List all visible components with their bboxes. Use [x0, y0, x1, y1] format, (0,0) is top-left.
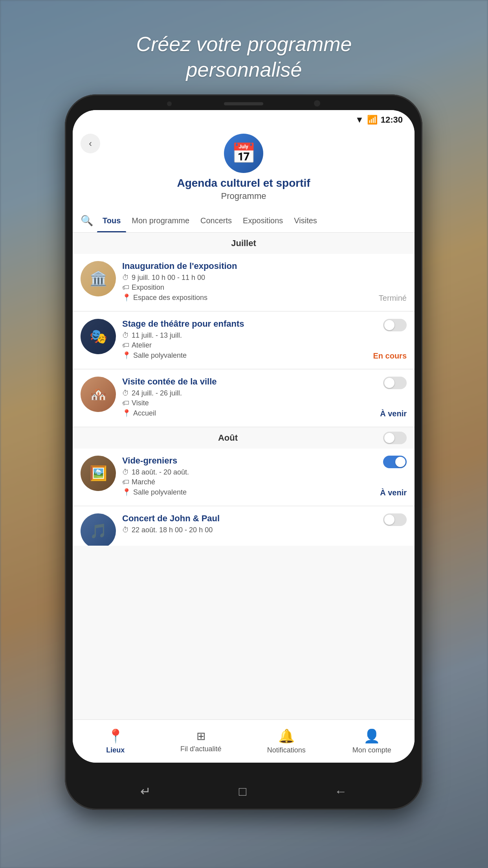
- toggle-container-theatre: [383, 319, 407, 331]
- event-date-inauguration: ⏱ 9 juill. 10 h 00 - 11 h 00: [122, 274, 407, 282]
- tab-concerts[interactable]: Concerts: [195, 209, 237, 232]
- event-thumb-visite: 🏘️: [81, 377, 116, 412]
- nav-notifications-label: Notifications: [267, 746, 306, 754]
- toggle-knob-theatre: [384, 320, 394, 330]
- tab-bar: 🔍 Tous Mon programme Concerts Exposition…: [73, 209, 415, 233]
- status-bar: ▼ 📶 12:30: [73, 110, 415, 130]
- toggle-container-aout: [383, 432, 415, 444]
- tag-icon: 🏷: [122, 283, 129, 292]
- tag-icon-2: 🏷: [122, 341, 129, 349]
- event-info-concert: Concert de John & Paul ⏱ 22 août. 18 h 0…: [122, 513, 407, 536]
- android-buttons: ↵ □ ←: [65, 784, 422, 799]
- event-type-vide: 🏷 Marché: [122, 478, 407, 486]
- tag-icon-4: 🏷: [122, 478, 129, 486]
- event-status-inauguration: Terminé: [379, 294, 407, 303]
- toggle-concert[interactable]: [383, 513, 407, 526]
- nav-compte-label: Mon compte: [352, 746, 391, 754]
- signal-icon: 📶: [367, 115, 378, 125]
- event-info-inauguration: Inauguration de l'exposition ⏱ 9 juill. …: [122, 261, 407, 303]
- toggle-container-concert: [383, 513, 407, 526]
- nav-fil-label: Fil d'actualité: [180, 745, 221, 753]
- event-location-theatre: 📍 Salle polyvalente: [122, 351, 407, 360]
- phone-camera-right: [314, 100, 320, 107]
- app-subtitle: Programme: [221, 191, 266, 201]
- event-date-theatre: ⏱ 11 juill. - 13 juill.: [122, 331, 407, 340]
- event-location-inauguration: 📍 Espace des expositions: [122, 293, 407, 302]
- clock-icon-2: ⏱: [122, 331, 129, 340]
- event-thumb-vide: 🖼️: [81, 456, 116, 491]
- toggle-knob-vide: [395, 457, 405, 467]
- tab-visites[interactable]: Visites: [288, 209, 323, 232]
- android-home-btn[interactable]: □: [239, 784, 246, 799]
- app-header: ‹ 📅 Agenda culturel et sportif Programme: [73, 130, 415, 209]
- toggle-theatre[interactable]: [383, 319, 407, 331]
- event-thumb-theatre: 🎭: [81, 319, 116, 354]
- event-info-visite: Visite contée de la ville ⏱ 24 juill. - …: [122, 377, 407, 419]
- back-button[interactable]: ‹: [81, 134, 100, 153]
- nav-fil[interactable]: ⊞ Fil d'actualité: [158, 730, 244, 753]
- event-vide-greniers[interactable]: 🖼️ Vide-greniers ⏱ 18 août. - 20 août. 🏷…: [73, 449, 415, 505]
- event-info-vide: Vide-greniers ⏱ 18 août. - 20 août. 🏷 Ma…: [122, 456, 407, 498]
- tab-expositions[interactable]: Expositions: [237, 209, 288, 232]
- event-title-inauguration: Inauguration de l'exposition: [122, 261, 407, 271]
- tab-mon-programme[interactable]: Mon programme: [126, 209, 195, 232]
- clock-icon-5: ⏱: [122, 526, 129, 534]
- android-back-btn[interactable]: ←: [334, 784, 347, 799]
- toggle-knob-aout: [384, 433, 394, 443]
- tab-tous[interactable]: Tous: [97, 209, 126, 232]
- time-display: 12:30: [381, 115, 403, 125]
- phone-shell: ▼ 📶 12:30 ‹ 📅 Agenda culturel et sportif…: [65, 94, 422, 810]
- nav-compte-icon: 👤: [363, 728, 380, 744]
- toggle-aout[interactable]: [383, 432, 407, 444]
- content-area: Juillet 🏛️ Inauguration de l'exposition …: [73, 233, 415, 719]
- clock-icon-3: ⏱: [122, 389, 129, 397]
- android-recent-btn[interactable]: ↵: [140, 784, 151, 799]
- toggle-knob-concert: [384, 515, 394, 525]
- toggle-knob-visite: [384, 378, 394, 388]
- phone-camera-left: [167, 101, 172, 106]
- clock-icon-4: ⏱: [122, 468, 129, 476]
- event-concert-john[interactable]: 🎵 Concert de John & Paul ⏱ 22 août. 18 h…: [73, 506, 415, 546]
- search-icon[interactable]: 🔍: [77, 215, 97, 227]
- month-aout: Août: [73, 427, 383, 449]
- location-icon-3: 📍: [122, 409, 131, 417]
- nav-compte[interactable]: 👤 Mon compte: [329, 728, 415, 754]
- event-info-theatre: Stage de théâtre pour enfants ⏱ 11 juill…: [122, 319, 407, 361]
- nav-lieux[interactable]: 📍 Lieux: [73, 728, 158, 754]
- toggle-container-vide: [383, 456, 407, 468]
- scroll-content: Juillet 🏛️ Inauguration de l'exposition …: [73, 233, 415, 546]
- event-date-concert: ⏱ 22 août. 18 h 00 - 20 h 00: [122, 526, 407, 534]
- event-title-vide: Vide-greniers: [122, 456, 407, 466]
- event-title-theatre: Stage de théâtre pour enfants: [122, 319, 407, 329]
- event-status-vide: À venir: [380, 488, 407, 497]
- event-type-theatre: 🏷 Atelier: [122, 341, 407, 349]
- location-icon-4: 📍: [122, 488, 131, 497]
- toggle-container-visite: [383, 377, 407, 389]
- event-status-visite: À venir: [380, 409, 407, 418]
- location-icon: 📍: [122, 293, 131, 302]
- event-theatre[interactable]: 🎭 Stage de théâtre pour enfants ⏱ 11 jui…: [73, 312, 415, 368]
- location-icon-2: 📍: [122, 351, 131, 360]
- event-date-visite: ⏱ 24 juill. - 26 juill.: [122, 389, 407, 397]
- event-date-vide: ⏱ 18 août. - 20 août.: [122, 468, 407, 476]
- promo-header: Créez votre programme personnalisé: [0, 31, 488, 83]
- nav-notifications-icon: 🔔: [278, 728, 295, 744]
- month-aout-row: Août: [73, 427, 415, 449]
- app-icon: 📅: [224, 134, 263, 173]
- event-type-inauguration: 🏷 Exposition: [122, 283, 407, 292]
- event-status-theatre: En cours: [373, 351, 407, 360]
- event-type-visite: 🏷 Visite: [122, 399, 407, 407]
- event-inauguration[interactable]: 🏛️ Inauguration de l'exposition ⏱ 9 juil…: [73, 254, 415, 311]
- nav-lieux-label: Lieux: [106, 746, 125, 754]
- toggle-visite[interactable]: [383, 377, 407, 389]
- toggle-vide[interactable]: [383, 456, 407, 468]
- event-visite-contee[interactable]: 🏘️ Visite contée de la ville ⏱ 24 juill.…: [73, 370, 415, 426]
- event-thumb-inauguration: 🏛️: [81, 261, 116, 296]
- calendar-icon: 📅: [231, 142, 256, 165]
- nav-notifications[interactable]: 🔔 Notifications: [244, 728, 329, 754]
- app-title: Agenda culturel et sportif: [177, 177, 310, 189]
- tag-icon-3: 🏷: [122, 399, 129, 407]
- month-juillet: Juillet: [73, 233, 415, 254]
- event-title-concert: Concert de John & Paul: [122, 513, 407, 524]
- nav-fil-icon: ⊞: [196, 730, 205, 743]
